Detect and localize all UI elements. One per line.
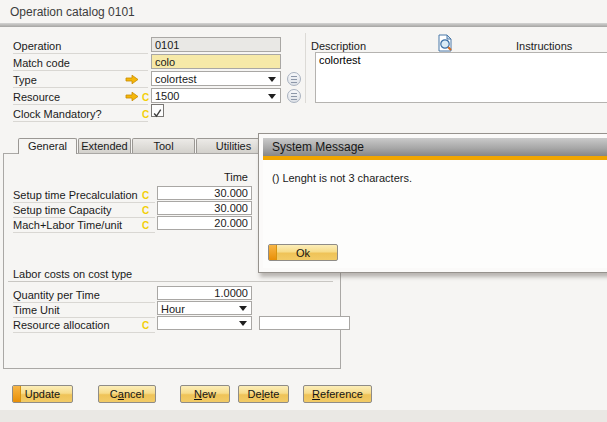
- instructions-label: Instructions: [516, 39, 572, 53]
- type-combo[interactable]: colortest: [151, 71, 281, 86]
- dialog-titlebar[interactable]: System Message: [263, 138, 607, 156]
- group-separator: [8, 281, 333, 282]
- time-unit-label: Time Unit: [13, 303, 155, 318]
- changed-marker: C: [142, 204, 149, 217]
- mach-labor-time-label: Mach+Labor Time/unit: [13, 218, 155, 233]
- resource-allocation-extra-field[interactable]: [259, 316, 350, 330]
- resource-allocation-combo[interactable]: [157, 316, 252, 330]
- new-button[interactable]: New: [180, 385, 230, 403]
- system-message-dialog: System Message () Lenght is not 3 charac…: [258, 133, 607, 273]
- operation-catalog-window: Operation catalog 0101 Operation Match c…: [0, 0, 607, 422]
- clock-mandatory-checkbox[interactable]: [151, 104, 164, 117]
- tab-tool[interactable]: Tool: [132, 138, 195, 153]
- changed-marker: C: [142, 319, 149, 332]
- time-unit-combo[interactable]: Hour: [157, 301, 252, 315]
- reference-button[interactable]: Reference: [303, 385, 372, 403]
- dialog-body: () Lenght is not 3 characters. Ok: [263, 160, 607, 268]
- mach-labor-time-field[interactable]: [157, 216, 252, 230]
- link-arrow-icon[interactable]: [125, 74, 139, 85]
- time-column-header: Time: [157, 171, 248, 183]
- tab-extended[interactable]: Extended: [78, 138, 131, 153]
- description-label: Description: [311, 39, 366, 53]
- link-arrow-icon[interactable]: [125, 91, 139, 102]
- ok-button[interactable]: Ok: [268, 244, 338, 261]
- delete-button[interactable]: Delete: [238, 385, 289, 403]
- operation-label: Operation: [13, 39, 148, 54]
- bottom-edge-strip: [0, 410, 607, 422]
- changed-marker: C: [142, 91, 149, 104]
- choose-from-list-icon[interactable]: [287, 72, 301, 86]
- setup-time-capacity-field[interactable]: [157, 201, 252, 215]
- changed-marker: C: [142, 219, 149, 232]
- quantity-per-time-label: Quantity per Time: [13, 288, 155, 303]
- description-textarea[interactable]: colortest: [315, 52, 607, 103]
- match-code-label: Match code: [13, 56, 148, 71]
- cancel-button[interactable]: Cancel: [98, 385, 156, 403]
- quantity-per-time-field[interactable]: [157, 286, 252, 300]
- changed-marker: C: [142, 189, 149, 202]
- checkmark-icon: [152, 108, 163, 119]
- window-title: Operation catalog 0101: [10, 5, 135, 19]
- title-separator: [0, 23, 607, 27]
- setup-time-precalculation-field[interactable]: [157, 186, 252, 200]
- clock-mandatory-label: Clock Mandatory?: [13, 107, 148, 122]
- setup-time-capacity-label: Setup time Capacity: [13, 203, 155, 218]
- tab-general[interactable]: General: [18, 138, 77, 154]
- resource-combo[interactable]: 1500: [151, 88, 281, 103]
- dialog-message: () Lenght is not 3 characters.: [272, 172, 412, 184]
- operation-field[interactable]: [151, 37, 281, 52]
- match-code-field[interactable]: [151, 54, 281, 69]
- update-button[interactable]: Update: [12, 385, 73, 403]
- choose-from-list-icon[interactable]: [287, 89, 301, 103]
- section-divider: [305, 33, 306, 103]
- setup-time-precalculation-label: Setup time Precalculation: [13, 188, 155, 203]
- resource-allocation-label: Resource allocation: [13, 318, 155, 333]
- changed-marker: C: [142, 108, 149, 121]
- find-document-icon[interactable]: [437, 34, 453, 52]
- labor-costs-header: Labor costs on cost type: [13, 267, 132, 281]
